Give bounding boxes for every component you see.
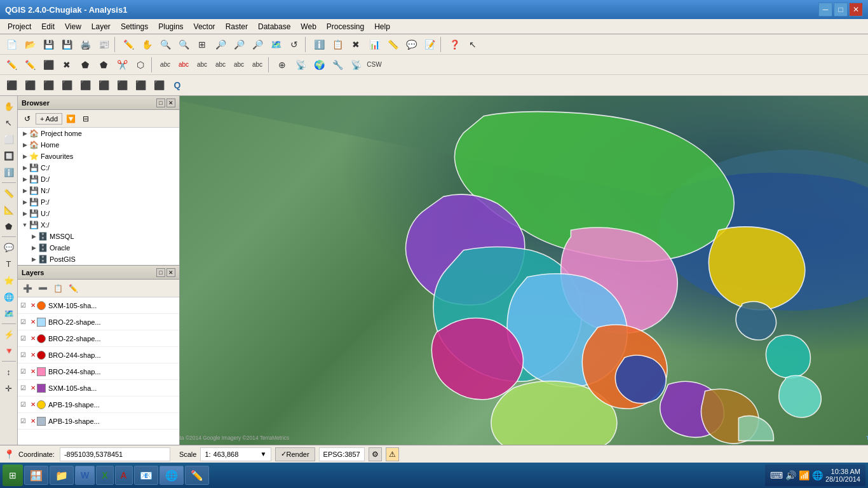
tree-item-x[interactable]: ▼ 💾 X:/ [18,219,179,231]
tree-item-project-home[interactable]: ▶ 🏠 Project home [18,128,179,139]
annotation-btn[interactable]: 📝 [421,36,438,53]
refresh-btn[interactable]: ↺ [285,36,303,53]
identify-tool[interactable]: ℹ️ [1,165,17,180]
digitize-btn[interactable]: ✏️ [3,57,20,73]
tree-item-d[interactable]: ▶ 💾 D:/ [18,173,179,185]
coordinate-input[interactable] [64,451,166,458]
menu-item-web[interactable]: Web [295,21,321,32]
menu-item-edit[interactable]: Edit [36,21,60,32]
browser-filter-btn[interactable]: 🔽 [64,112,78,126]
layer-vis-5[interactable]: ☑ [20,384,29,391]
print-composer-btn[interactable]: 📰 [95,36,112,53]
gps-btn[interactable]: 📡 [292,57,309,73]
layer-vis-0[interactable]: ☑ [20,302,29,309]
layer-item-3[interactable]: ☑ ✕ BRO-244-shap... [18,347,179,363]
zoom-out-btn[interactable]: 🔍 [175,36,193,53]
snap2-btn[interactable]: ⬛ [21,77,39,93]
expander-home[interactable]: ▶ [20,140,29,149]
arrow-tool[interactable]: ↕ [1,364,17,379]
scale-input[interactable] [214,451,258,458]
label6-btn[interactable]: abc [248,57,266,73]
zoom-select-btn[interactable]: 🔎 [230,36,248,53]
pan-map-btn[interactable]: 🗺️ [267,36,285,53]
label1-btn[interactable]: abc [156,57,174,73]
taskbar-excel[interactable]: X [96,466,113,485]
expander-mssql[interactable]: ▶ [29,232,38,241]
plugin1-btn[interactable]: 🔧 [329,57,346,73]
help-btn[interactable]: ❓ [445,36,463,53]
select-btn[interactable]: 📋 [329,36,346,53]
annotate-tool[interactable]: 💬 [1,240,17,255]
expander-c[interactable]: ▶ [20,163,29,172]
deselect-btn[interactable]: ✖ [347,36,365,53]
layers-close-btn[interactable]: ✕ [166,268,175,277]
layer-tool[interactable]: 🗺️ [1,306,17,321]
tree-item-p[interactable]: ▶ 💾 P:/ [18,196,179,208]
cursor-btn[interactable]: ↖ [464,36,482,53]
map-area[interactable]: Map data ©2014 Google Imagery ©2014 Terr… [180,96,868,445]
menu-item-layer[interactable]: Layer [86,21,116,32]
zoom-layer-btn[interactable]: 🔎 [212,36,229,53]
browser-close-btn[interactable]: ✕ [166,98,175,107]
toggle-edit-btn[interactable]: ✏️ [66,281,80,295]
minimize-button[interactable]: ─ [818,3,832,17]
scale-dropdown-btn[interactable]: ▼ [261,451,267,458]
tray-battery-icon[interactable]: 📶 [799,470,810,480]
spatial-bookmarks-tool[interactable]: ⭐ [1,273,17,288]
expander-x[interactable]: ▼ [20,220,29,229]
area-tool[interactable]: ⬟ [1,219,17,234]
tree-item-postgis[interactable]: ▶ 🗄️ PostGIS [18,254,179,265]
measure-btn[interactable]: 📏 [384,36,402,53]
zoom-full-btn[interactable]: ⊞ [193,36,211,53]
select-tool[interactable]: ↖ [1,115,17,130]
merge-btn[interactable]: ⬡ [132,57,149,73]
pan-tool[interactable]: ✋ [1,98,17,114]
menu-item-database[interactable]: Database [253,21,295,32]
tree-item-mssql[interactable]: ▶ 🗄️ MSSQL [18,231,179,242]
tray-volume-icon[interactable]: 🔊 [785,470,796,480]
layer-vis-7[interactable]: ☑ [20,417,29,424]
snap3-btn[interactable]: ⬛ [39,77,57,93]
menu-item-plugins[interactable]: Plugins [153,21,188,32]
remove-layer-btn[interactable]: ➖ [36,281,50,295]
label5-btn[interactable]: abc [230,57,248,73]
measure-tool[interactable]: 📏 [1,186,17,201]
zoom-in-btn[interactable]: 🔍 [156,36,174,53]
browser-add-btn[interactable]: + Add [36,113,62,125]
layer-vis-1[interactable]: ☑ [20,318,29,325]
box-select-tool[interactable]: ⬜ [1,132,17,147]
layer-item-7[interactable]: ☑ ✕ APB-19-shape... [18,413,179,430]
edit-btn[interactable]: ✏️ [119,36,137,53]
close-button[interactable]: ✕ [849,3,863,17]
taskbar-paint[interactable]: ✏️ [185,466,209,485]
snap7-btn[interactable]: ⬛ [113,77,131,93]
layer-item-0[interactable]: ☑ ✕ SXM-105-sha... [18,297,179,314]
node-btn[interactable]: ⬛ [39,57,57,73]
menu-item-help[interactable]: Help [369,21,395,32]
menu-item-vector[interactable]: Vector [189,21,220,32]
layers-list[interactable]: ☑ ✕ SXM-105-sha... ☑ ✕ BRO-22-shape... ☑… [18,297,179,445]
text-tool[interactable]: T [1,256,17,271]
print-btn[interactable]: 🖨️ [76,36,94,53]
expander-n[interactable]: ▶ [20,186,29,195]
label2-btn[interactable]: abc [175,57,193,73]
expander-u[interactable]: ▶ [20,209,29,218]
snap8-btn[interactable]: ⬛ [132,77,149,93]
maximize-button[interactable]: □ [834,3,848,17]
tree-item-oracle[interactable]: ▶ 🗄️ Oracle [18,242,179,254]
pan-btn[interactable]: ✋ [138,36,156,53]
tip-btn[interactable]: 💬 [402,36,420,53]
layer-vis-6[interactable]: ☑ [20,401,29,408]
save-project-btn[interactable]: 💾 [39,36,57,53]
map-canvas[interactable]: Map data ©2014 Google Imagery ©2014 Terr… [180,96,868,445]
browser-float-btn[interactable]: □ [156,98,165,107]
taskbar-chrome[interactable]: 🌐 [159,466,184,485]
new-project-btn[interactable]: 📄 [3,36,20,53]
snap9-btn[interactable]: ⬛ [150,77,168,93]
sat-btn[interactable]: 🌍 [310,57,328,73]
expander-postgis[interactable]: ▶ [29,255,38,264]
snap4-btn[interactable]: ⬛ [58,77,76,93]
qgis-logo-btn[interactable]: Q [168,77,186,93]
taskbar-word[interactable]: W [75,466,95,485]
expander-project-home[interactable]: ▶ [20,129,29,138]
